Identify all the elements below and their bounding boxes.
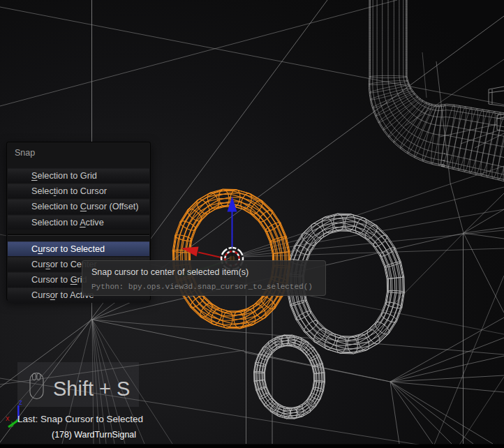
svg-text:x: x	[6, 414, 10, 422]
svg-text:z: z	[19, 398, 22, 406]
